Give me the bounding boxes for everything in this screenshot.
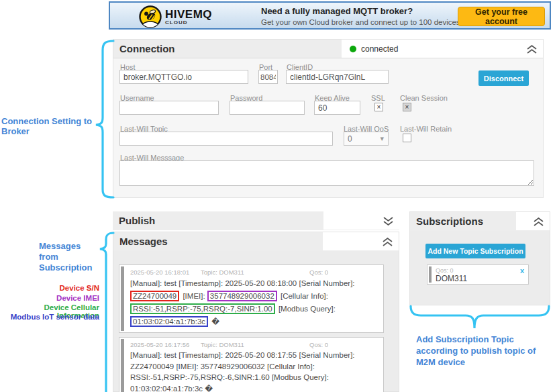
message-qos: Qos: 0 [309, 341, 328, 348]
dropdown-arrow-icon: ▾ [380, 134, 384, 143]
collapse-up-icon[interactable] [533, 217, 544, 226]
message-header: 2025-05-20 16:17:56Topic: DOM311Qos: 0 [130, 341, 379, 348]
collapse-up-icon[interactable] [526, 45, 538, 54]
lastwill-retain-label: Last-Will Retain [400, 125, 452, 133]
note-connection-setting: Connection Setting to Broker [1, 116, 94, 136]
disconnect-button[interactable]: Disconnect [478, 70, 529, 86]
highlight-blue: 01:03:02:04:a1:7b:3c [130, 316, 208, 327]
message-header: 2025-05-20 16:18:01Topic: DOM311Qos: 0 [130, 268, 379, 276]
keepalive-input[interactable] [314, 101, 360, 115]
brand-name: HIVEMQ [165, 9, 212, 20]
message-list: 2025-05-20 16:18:01Topic: DOM311Qos: 0[M… [113, 251, 399, 392]
port-input[interactable] [258, 70, 278, 84]
get-free-account-button[interactable]: Get your free account [458, 7, 545, 26]
connection-status: connected [342, 40, 543, 58]
subscriptions-title: Subscriptions [416, 215, 483, 227]
publish-title: Publish [119, 215, 155, 226]
ssl-label: SSL [371, 94, 385, 102]
message-line: [Manual]: test [Timestamp]: 2025-05-20 0… [130, 277, 379, 290]
note-messages-from-subscription: Messages from Subscription [39, 241, 91, 273]
hivemq-banner: HIVEMQ CLOUD Need a fully managed MQTT b… [109, 1, 551, 30]
add-topic-subscription-button[interactable]: Add New Topic Subscription [425, 244, 525, 258]
message-line: RSSI:-51,RSRP:-75,RSRQ:-7,SINR:1.00 [Mod… [130, 303, 379, 315]
highlight-purple: 357748929006032 [207, 291, 277, 301]
brace-messages [100, 233, 113, 392]
collapse-up-icon[interactable] [382, 238, 393, 246]
lastwill-retain-checkbox[interactable] [403, 134, 411, 142]
message-text: � [209, 317, 219, 326]
mqtt-websocket-client-page: HIVEMQ CLOUD Need a fully managed MQTT b… [0, 0, 555, 392]
message-text: [IMEI]: [181, 292, 207, 300]
ssl-checkbox[interactable]: × [374, 103, 383, 111]
bee-icon [138, 5, 162, 29]
note-add-subscription-topic: Add Subscription Topic according to publ… [416, 334, 552, 368]
message-line: 01:03:02:04:a1:7b:3c � [130, 315, 379, 328]
brace-connection [96, 41, 113, 197]
connection-title: Connection [119, 43, 175, 54]
message-left-bar [121, 266, 124, 331]
subscription-qos: Qos: 0 [436, 267, 454, 274]
brace-subscriptions [411, 306, 549, 328]
message-card: 2025-05-20 16:18:01Topic: DOM311Qos: 0[M… [119, 264, 384, 333]
lastwill-message-textarea[interactable] [119, 160, 534, 186]
connection-panel: Connection connected Host Port ClientID … [113, 39, 544, 198]
message-line: ZZ24700049 [IMEI]: 357748929006032 [Cell… [130, 290, 379, 303]
subscription-item: Qos: 0xDOM311 [427, 264, 529, 285]
highlight-green: RSSI:-51,RSRP:-75,RSRQ:-7,SINR:1.00 [130, 303, 275, 314]
status-label: connected [361, 44, 398, 54]
message-text: [Cellular Info]: [279, 292, 328, 300]
note-device-imei: Device IMEI [0, 294, 99, 302]
message-text: 01:03:02:04:a1:7b:3c � [130, 385, 213, 392]
subscription-topic: DOM311 [436, 274, 467, 283]
message-line: 01:03:02:04:a1:7b:3c � [130, 383, 379, 392]
host-input[interactable] [119, 70, 248, 84]
message-text: [Manual]: test [Timestamp]: 2025-05-20 0… [130, 351, 355, 359]
message-qos: Qos: 0 [309, 268, 328, 276]
highlight-red: ZZ24700049 [130, 291, 179, 301]
subscription-left-bar [429, 266, 432, 283]
messages-title: Messages [119, 236, 168, 247]
clean-session-checkbox[interactable]: × [403, 103, 411, 111]
lastwill-qos-value: 0 [348, 134, 352, 144]
message-text: RSSI:-51,RSRP:-75,RSRQ:-6,SINR:1.60 [Mod… [130, 373, 329, 381]
clean-session-label: Clean Session [400, 94, 448, 102]
message-text: [Modbus Query]: [276, 305, 336, 313]
message-topic: Topic: DOM311 [201, 268, 309, 276]
close-icon[interactable]: x [520, 266, 524, 275]
message-text: ZZ24700049 [IMEI]: 357748929006032 [Cell… [130, 362, 315, 371]
note-modbus-sensor-data: Modbus IoT sensor data [0, 313, 99, 321]
message-topic: Topic: DOM311 [201, 341, 309, 348]
message-line: ZZ24700049 [IMEI]: 357748929006032 [Cell… [130, 361, 379, 373]
status-dot-connected [350, 46, 356, 52]
message-time: 2025-05-20 16:17:56 [130, 341, 201, 348]
publish-panel: Publish [113, 211, 399, 231]
messages-panel: Messages 2025-05-20 16:18:01Topic: DOM31… [113, 232, 399, 392]
hivemq-logo: HIVEMQ CLOUD [138, 5, 212, 29]
lastwill-topic-input[interactable] [119, 132, 333, 146]
lastwill-qos-select[interactable]: 0 ▾ [344, 132, 389, 146]
message-card: 2025-05-20 16:17:56Topic: DOM311Qos: 0[M… [119, 337, 384, 392]
message-line: RSSI:-51,RSRP:-75,RSRQ:-6,SINR:1.60 [Mod… [130, 372, 379, 383]
expand-down-icon[interactable] [383, 217, 394, 226]
banner-headline: Need a fully managed MQTT broker? [261, 6, 489, 16]
message-time: 2025-05-20 16:18:01 [130, 268, 201, 276]
message-text: [Manual]: test [Timestamp]: 2025-05-20 0… [130, 279, 355, 287]
note-device-sn: Device S/N [0, 284, 99, 292]
banner-subline: Get your own Cloud broker and connect up… [261, 18, 489, 26]
subscriptions-panel: Subscriptions Add New Topic Subscription… [409, 211, 550, 305]
message-line: [Manual]: test [Timestamp]: 2025-05-20 0… [130, 350, 379, 361]
password-input[interactable] [230, 101, 305, 115]
message-left-bar [121, 339, 124, 392]
clientid-input[interactable] [286, 70, 389, 84]
username-input[interactable] [119, 101, 219, 115]
